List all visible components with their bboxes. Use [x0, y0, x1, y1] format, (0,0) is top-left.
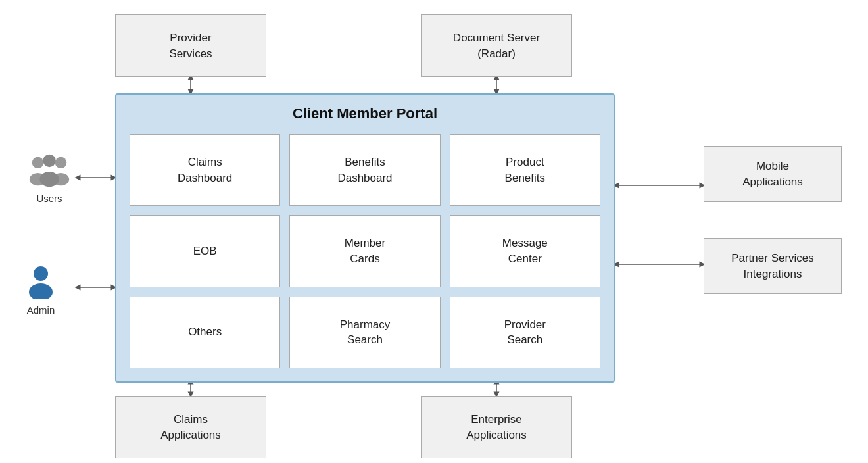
users-area: Users [26, 153, 72, 204]
portal-container: Client Member Portal ClaimsDashboard Ben… [115, 93, 615, 383]
svg-point-8 [32, 157, 44, 169]
enterprise-applications-box: Enterprise Applications [421, 396, 572, 458]
claims-applications-label: Claims Applications [160, 412, 221, 443]
document-server-label: Document Server (Radar) [453, 30, 540, 62]
provider-services-box: Provider Services [115, 14, 266, 77]
grid-cell-member-cards: MemberCards [289, 215, 440, 287]
enterprise-applications-label: Enterprise Applications [466, 412, 527, 443]
admin-area: Admin [26, 264, 55, 316]
svg-point-10 [55, 157, 67, 169]
svg-point-15 [29, 283, 53, 299]
claims-applications-box: Claims Applications [115, 396, 266, 458]
users-icon [26, 153, 72, 189]
svg-point-13 [39, 172, 59, 187]
admin-icon [26, 264, 55, 301]
grid-cell-claims-dashboard: ClaimsDashboard [130, 134, 280, 206]
architecture-diagram: Provider Services Document Server (Radar… [13, 8, 855, 455]
grid-cell-message-center: MessageCenter [450, 215, 600, 287]
document-server-box: Document Server (Radar) [421, 14, 572, 77]
mobile-applications-label: Mobile Applications [742, 158, 803, 190]
grid-cell-benefits-dashboard: BenefitsDashboard [289, 134, 440, 206]
svg-point-12 [43, 155, 55, 167]
grid-cell-provider-search: ProviderSearch [450, 297, 600, 368]
svg-point-14 [34, 266, 48, 281]
users-label: Users [36, 193, 62, 204]
admin-label: Admin [27, 305, 55, 316]
provider-services-label: Provider Services [169, 30, 212, 62]
partner-services-box: Partner Services Integrations [704, 238, 842, 294]
grid-cell-pharmacy-search: PharmacySearch [289, 297, 440, 368]
grid-cell-product-benefits: ProductBenefits [450, 134, 600, 206]
portal-grid: ClaimsDashboard BenefitsDashboard Produc… [130, 134, 600, 368]
partner-services-label: Partner Services Integrations [731, 251, 814, 282]
mobile-applications-box: Mobile Applications [704, 146, 842, 202]
portal-title: Client Member Portal [293, 105, 437, 122]
grid-cell-others: Others [130, 297, 280, 368]
grid-cell-eob: EOB [130, 215, 280, 287]
